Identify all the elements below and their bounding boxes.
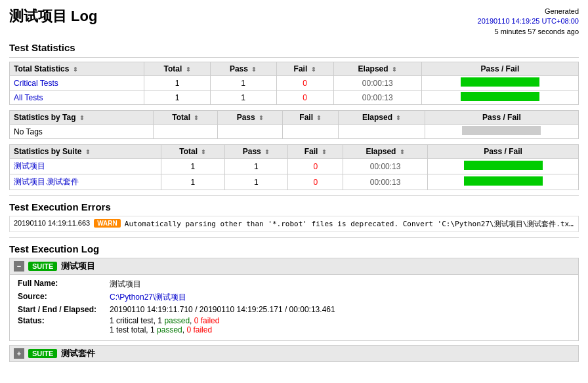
pass-bar-container xyxy=(464,176,543,186)
pass-bar-container xyxy=(462,126,541,135)
col-suite-statistics: Statistics by Suite ⇕ xyxy=(10,145,161,159)
pass-cell: 1 xyxy=(224,174,288,190)
elapsed-cell: 00:00:13 xyxy=(343,174,428,190)
row-label[interactable]: Critical Tests xyxy=(10,76,144,91)
total-cell: 1 xyxy=(144,91,210,105)
detail-row-status: Status: 1 critical test, 1 passed, 0 fai… xyxy=(18,316,570,334)
elapsed-cell: 00:00:13 xyxy=(333,76,421,91)
col-suite-fail: Fail ⇕ xyxy=(288,145,343,159)
error-message: Automatically parsing other than '*.robo… xyxy=(125,219,574,229)
detail-row-source: Source: C:\Python27\测试项目 xyxy=(18,292,570,303)
col-suite-total: Total ⇕ xyxy=(161,145,224,159)
pass-cell: 1 xyxy=(210,91,276,105)
col-suite-pass: Pass ⇕ xyxy=(224,145,288,159)
suite-name: 测试项目 xyxy=(61,260,95,272)
table-row: 测试项目.测试套件 1 1 0 00:00:13 xyxy=(10,174,579,190)
time-ago: 5 minutes 57 seconds ago xyxy=(495,28,579,35)
detail-label-elapsed: Start / End / Elapsed: xyxy=(18,305,110,314)
row-label[interactable]: 测试项目.测试套件 xyxy=(10,174,161,190)
detail-label-fullname: Full Name: xyxy=(18,279,110,288)
row-label[interactable]: All Tests xyxy=(10,91,144,105)
timestamp: 20190110 14:19:25 UTC+08:00 xyxy=(478,17,579,25)
suite-header-collapsed: + SUITE 测试套件 xyxy=(10,346,578,361)
detail-value-elapsed: 20190110 14:19:11.710 / 20190110 14:19:2… xyxy=(110,305,335,314)
fail-cell: 0 xyxy=(276,76,333,91)
col-suite-elapsed: Elapsed ⇕ xyxy=(343,145,428,159)
status-line1: 1 critical test, 1 passed, 0 failed xyxy=(110,316,219,325)
total-cell: 1 xyxy=(144,76,210,91)
execution-errors-section: Test Execution Errors 20190110 14:19:11.… xyxy=(9,201,579,232)
col-total-statistics: Total Statistics ⇕ xyxy=(10,62,144,76)
suite-block: + SUITE 测试套件 xyxy=(9,345,579,362)
detail-row-fullname: Full Name: 测试项目 xyxy=(18,279,570,290)
execution-errors-title: Test Execution Errors xyxy=(9,201,579,212)
total-cell: 1 xyxy=(161,174,224,190)
row-label[interactable]: 测试项目 xyxy=(10,159,161,174)
fail-cell: 0 xyxy=(276,91,333,105)
pass-bar-cell xyxy=(428,174,579,190)
table-row: All Tests 1 1 0 00:00:13 xyxy=(10,91,579,105)
pass-cell: 1 xyxy=(224,159,288,174)
suite-statistics-table: Statistics by Suite ⇕ Total ⇕ Pass ⇕ Fai… xyxy=(9,144,579,190)
suite-name-collapsed: 测试套件 xyxy=(61,348,95,359)
pass-cell: 1 xyxy=(210,76,276,91)
col-tag-pass: Pass ⇕ xyxy=(218,111,283,125)
col-fail: Fail ⇕ xyxy=(276,62,333,76)
col-pass: Pass ⇕ xyxy=(210,62,276,76)
pass-bar-cell xyxy=(421,76,578,91)
pass-bar-cell xyxy=(425,125,578,139)
col-tag-statistics: Statistics by Tag ⇕ xyxy=(10,111,154,125)
warn-badge: WARN xyxy=(94,219,121,228)
pass-bar-cell xyxy=(421,91,578,105)
fail-cell xyxy=(283,125,339,139)
suite-details: Full Name: 测试项目 Source: C:\Python27\测试项目… xyxy=(10,275,578,340)
pass-bar-fill xyxy=(461,92,539,101)
col-tag-total: Total ⇕ xyxy=(154,111,218,125)
col-tag-elapsed: Elapsed ⇕ xyxy=(339,111,425,125)
pass-bar-fill xyxy=(464,161,543,170)
pass-bar-container xyxy=(461,77,539,87)
pass-bar-cell xyxy=(428,159,579,174)
fail-cell: 0 xyxy=(288,174,343,190)
elapsed-cell xyxy=(339,125,425,139)
detail-value-fullname: 测试项目 xyxy=(110,279,141,290)
suite-header: − SUITE 测试项目 xyxy=(10,258,578,275)
error-timestamp: 20190110 14:19:11.663 xyxy=(14,219,90,227)
tag-statistics-table: Statistics by Tag ⇕ Total ⇕ Pass ⇕ Fail … xyxy=(9,110,579,139)
suite-toggle-button[interactable]: − xyxy=(14,261,24,272)
suite-badge: SUITE xyxy=(28,262,57,271)
col-elapsed: Elapsed ⇕ xyxy=(333,62,421,76)
pass-bar-container xyxy=(461,92,539,101)
detail-label-status: Status: xyxy=(18,316,110,325)
col-pass-fail: Pass / Fail xyxy=(421,62,578,76)
execution-log-title: Test Execution Log xyxy=(9,243,579,254)
elapsed-cell: 00:00:13 xyxy=(333,91,421,105)
col-tag-pass-fail: Pass / Fail xyxy=(425,111,578,125)
pass-cell xyxy=(218,125,283,139)
row-label: No Tags xyxy=(10,125,154,139)
col-total: Total ⇕ xyxy=(144,62,210,76)
pass-bar-fill xyxy=(464,176,543,186)
page-title: 测试项目 Log xyxy=(9,7,97,26)
detail-label-source: Source: xyxy=(18,292,110,301)
total-statistics-table: Total Statistics ⇕ Total ⇕ Pass ⇕ Fail ⇕… xyxy=(9,62,579,105)
detail-value-status: 1 critical test, 1 passed, 0 failed 1 te… xyxy=(110,316,219,334)
pass-bar-fill xyxy=(461,77,539,87)
table-row: Critical Tests 1 1 0 00:00:13 xyxy=(10,76,579,91)
fail-cell: 0 xyxy=(288,159,343,174)
generated-info: Generated 20190110 14:19:25 UTC+08:00 5 … xyxy=(478,7,579,37)
execution-log-section: Test Execution Log − SUITE 测试项目 Full Nam… xyxy=(9,243,579,362)
total-cell: 1 xyxy=(161,159,224,174)
pass-bar-container xyxy=(464,161,543,170)
suite-toggle-plus-button[interactable]: + xyxy=(14,348,24,359)
error-row: 20190110 14:19:11.663 WARN Automatically… xyxy=(9,216,579,232)
elapsed-cell: 00:00:13 xyxy=(343,159,428,174)
detail-row-elapsed: Start / End / Elapsed: 20190110 14:19:11… xyxy=(18,305,570,314)
test-statistics-title: Test Statistics xyxy=(9,42,579,53)
col-tag-fail: Fail ⇕ xyxy=(283,111,339,125)
table-row: 测试项目 1 1 0 00:00:13 xyxy=(10,159,579,174)
col-suite-pass-fail: Pass / Fail xyxy=(428,145,579,159)
suite-badge: SUITE xyxy=(28,349,57,358)
detail-value-source[interactable]: C:\Python27\测试项目 xyxy=(110,292,186,303)
total-cell xyxy=(154,125,218,139)
